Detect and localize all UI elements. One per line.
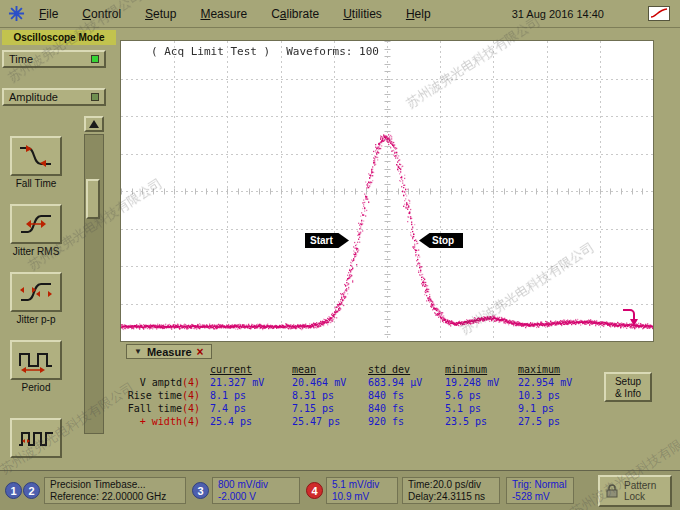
menu-item-help[interactable]: Help [406, 7, 431, 21]
measure-row-label: V amptd(4) [126, 376, 210, 389]
mode-banner: Oscilloscope Mode [2, 30, 116, 45]
lock-icon [606, 484, 618, 498]
trigger-panel[interactable]: Trig: Normal -528 mV [506, 477, 574, 504]
waveform-count-label: Waveforms: 100 [286, 45, 379, 58]
status-bar: 1 2 Precision Timebase... Reference: 22.… [0, 470, 680, 510]
waveform-display[interactable]: ( Acq Limit Test ) Waveforms: 100 Start … [120, 40, 654, 342]
ch4-scale: 5.1 mV/div [332, 479, 392, 491]
amplitude-led-indicator [91, 93, 99, 101]
ch3-scale: 800 mV/div [218, 479, 294, 491]
pattern-lock-line2: Lock [624, 491, 656, 502]
menu-bar: FileControlSetupMeasureCalibrateUtilitie… [0, 0, 680, 28]
measure-value: 840 fs [368, 389, 445, 402]
measure-title: Measure [147, 346, 192, 358]
time-dropdown[interactable]: Time [2, 50, 106, 68]
jitter-pp-button[interactable] [10, 272, 62, 312]
menu-item-control[interactable]: Control [82, 7, 121, 21]
jitter-pp-icon [16, 279, 56, 305]
measure-name: V amptd [140, 377, 182, 388]
jitter-rms-button[interactable] [10, 204, 62, 244]
jitter-rms-label: Jitter RMS [1, 246, 71, 257]
column-header: mean [292, 363, 368, 376]
fall-time-label: Fall Time [1, 178, 71, 189]
menu-item-utilities[interactable]: Utilities [343, 7, 382, 21]
measure-row-label: Rise time(4) [126, 389, 210, 402]
menu-item-setup[interactable]: Setup [145, 7, 176, 21]
measure-value: 8.1 ps [210, 389, 292, 402]
timebase-line1: Precision Timebase... [50, 479, 180, 491]
graph-icon[interactable] [648, 6, 670, 25]
time-scale-panel[interactable]: Time:20.0 ps/div Delay:24.3115 ns [402, 477, 500, 504]
ch3-offset: -2.000 V [218, 491, 294, 503]
menu-item-file[interactable]: File [39, 7, 58, 21]
period-button[interactable] [10, 340, 62, 380]
trace-edge-arrow-icon [621, 307, 639, 331]
channel-3-button[interactable]: 3 [192, 482, 209, 499]
waveform-canvas[interactable] [121, 41, 653, 341]
menu-items: FileControlSetupMeasureCalibrateUtilitie… [39, 7, 455, 21]
channel-1-button[interactable]: 1 [5, 482, 22, 499]
time-scale: Time:20.0 ps/div [408, 479, 494, 491]
acq-status: ( Acq Limit Test ) Waveforms: 100 [151, 45, 379, 58]
setup-info-line2: & Info [606, 388, 650, 400]
measure-value: 19.248 mV [445, 376, 518, 389]
menu-item-calibrate[interactable]: Calibrate [271, 7, 319, 21]
scrollbar-thumb[interactable] [86, 179, 100, 219]
measure-value: 25.47 ps [292, 415, 368, 428]
measure-name: + width [140, 416, 182, 427]
channel-2-button[interactable]: 2 [23, 482, 40, 499]
oscilloscope-app: FileControlSetupMeasureCalibrateUtilitie… [0, 0, 680, 510]
measure-panel: ▼ Measure × current mean std dev minimum… [120, 344, 602, 440]
measure-value: 20.464 mV [292, 376, 368, 389]
measure-value: 23.5 ps [445, 415, 518, 428]
measure-cell [126, 363, 210, 376]
measure-value: 9.1 ps [518, 402, 596, 415]
time-dropdown-label: Time [9, 53, 33, 65]
measure-table: current mean std dev minimum maximum V a… [126, 363, 596, 428]
column-header: maximum [518, 363, 596, 376]
time-led-indicator [91, 55, 99, 63]
measure-value: 683.94 µV [368, 376, 445, 389]
measure-value: 10.3 ps [518, 389, 596, 402]
trig-mode: Trig: Normal [512, 479, 568, 491]
measure-channel: (4) [182, 390, 200, 401]
pattern-lock-button[interactable]: Pattern Lock [598, 475, 672, 507]
jitter-rms-icon [16, 211, 56, 237]
menu-item-measure[interactable]: Measure [200, 7, 247, 21]
acq-limit-label: ( Acq Limit Test ) [151, 45, 270, 58]
measure-row-label: Fall time(4) [126, 402, 210, 415]
timebase-panel[interactable]: Precision Timebase... Reference: 22.0000… [44, 477, 186, 504]
amplitude-dropdown-label: Amplitude [9, 91, 58, 103]
setup-info-button[interactable]: Setup & Info [604, 372, 652, 402]
measure-name: Fall time [128, 403, 182, 414]
sidebar: Oscilloscope Mode Time Amplitude Fall Ti… [0, 28, 118, 470]
fall-time-button[interactable] [10, 136, 62, 176]
measure-channel: (4) [182, 416, 200, 427]
measure-value: 7.4 ps [210, 402, 292, 415]
measure-value: 25.4 ps [210, 415, 292, 428]
time-delay: Delay:24.3115 ns [408, 491, 494, 503]
collapse-icon[interactable]: ▼ [134, 347, 142, 356]
measure-row-label: + width(4) [126, 415, 210, 428]
channel-4-button[interactable]: 4 [306, 482, 323, 499]
trig-level: -528 mV [512, 491, 568, 503]
scrollbar-track[interactable] [84, 134, 104, 434]
channel3-scale-panel[interactable]: 800 mV/div -2.000 V [212, 477, 300, 504]
pulse-width-button[interactable] [10, 418, 62, 458]
amplitude-dropdown[interactable]: Amplitude [2, 88, 106, 106]
measure-value: 27.5 ps [518, 415, 596, 428]
channel4-scale-panel[interactable]: 5.1 mV/div 10.9 mV [326, 477, 398, 504]
scroll-up-button[interactable] [84, 116, 104, 132]
period-label: Period [1, 382, 71, 393]
measure-value: 7.15 ps [292, 402, 368, 415]
datetime-display: 31 Aug 2016 14:40 [512, 8, 604, 20]
app-icon [8, 5, 25, 22]
measure-value: 8.31 ps [292, 389, 368, 402]
jitter-pp-label: Jitter p-p [1, 314, 71, 325]
fall-time-icon [16, 143, 56, 169]
close-icon[interactable]: × [197, 345, 204, 359]
measure-channel: (4) [182, 377, 200, 388]
measure-value: 5.1 ps [445, 402, 518, 415]
setup-info-line1: Setup [606, 376, 650, 388]
measure-tab[interactable]: ▼ Measure × [126, 344, 212, 359]
